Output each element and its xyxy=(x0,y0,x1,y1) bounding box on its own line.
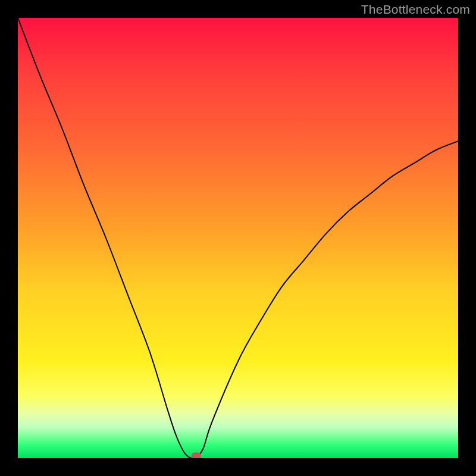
curve-path xyxy=(18,18,458,458)
optimum-marker xyxy=(192,453,201,458)
plot-area xyxy=(18,18,458,458)
watermark-text: TheBottleneck.com xyxy=(361,2,470,17)
chart-frame: TheBottleneck.com xyxy=(0,0,476,476)
bottleneck-curve xyxy=(18,18,458,458)
